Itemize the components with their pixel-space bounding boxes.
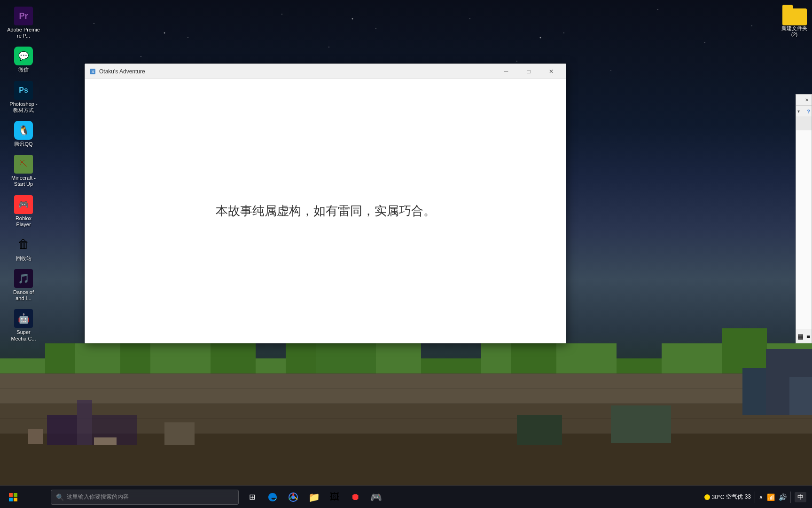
desktop-icon-photoshop[interactable]: Ps Photoshop - 教材方式 (5, 79, 42, 115)
file-panel-footer: ▦ ≡ (796, 329, 812, 343)
super-mecha-icon: 🤖 (14, 309, 33, 328)
roblox-icon: 🎮 (14, 195, 33, 214)
taskbar-system-tray: 30°C 空气优 33 ∧ 📶 🔊 中 (704, 492, 812, 503)
qq-label: 腾讯QQ (14, 141, 32, 147)
window-content: 本故事纯属虚构，如有雷同，实属巧合。 (85, 79, 566, 343)
title-bar: ⚔ Otaku's Adventure ─ □ ✕ (85, 64, 566, 79)
desktop-icon-roblox[interactable]: 🎮 Roblox Player (5, 193, 42, 230)
taskbar-icon-game[interactable]: 🎮 (367, 488, 385, 507)
taskbar-icon-edge[interactable] (263, 488, 282, 507)
taskbar-search-placeholder: 这里输入你要搜索的内容 (67, 493, 129, 501)
desktop-icon-qq[interactable]: 🐧 腾讯QQ (5, 119, 42, 149)
roblox-label: Roblox Player (16, 215, 31, 228)
maximize-button[interactable]: □ (518, 65, 539, 78)
desktop-icon-premiere[interactable]: Pr Adobe Premiere P... (5, 5, 42, 41)
photoshop-label: Photoshop - 教材方式 (9, 101, 37, 113)
desktop-icon-recycle[interactable]: 🗑 回收站 (5, 233, 42, 263)
desktop-icon-dance[interactable]: 🎵 Dance of and I... (5, 267, 42, 303)
desktop-icon-super[interactable]: 🤖 Super Mecha C... (5, 307, 42, 343)
svg-rect-40 (9, 493, 13, 497)
tray-volume-icon[interactable]: 🔊 (779, 493, 787, 501)
tray-divider2 (790, 492, 791, 503)
weather-quality: 空气优 33 (726, 493, 751, 501)
minecraft-label: Minecraft - Start Up (11, 175, 36, 187)
tray-wifi-icon[interactable]: 📶 (767, 493, 775, 501)
file-panel-toolbar: ▾ ? (796, 106, 812, 117)
taskbar-icon-chrome[interactable] (284, 488, 303, 507)
app-window: ⚔ Otaku's Adventure ─ □ ✕ 本故事纯属虚构，如有雷同，实… (85, 64, 566, 343)
tray-chevron[interactable]: ∧ (759, 494, 763, 500)
svg-rect-42 (9, 498, 13, 501)
file-panel-titlebar: ✕ (796, 95, 812, 106)
disclaimer-text: 本故事纯属虚构，如有雷同，实属巧合。 (216, 203, 436, 219)
tray-divider (755, 492, 755, 503)
premiere-icon: Pr (14, 7, 33, 25)
taskbar-icon-recording[interactable]: ⏺ (346, 488, 365, 507)
super-mecha-label: Super Mecha C... (11, 329, 36, 341)
svg-rect-43 (14, 498, 17, 501)
desktop-icons-container: Pr Adobe Premiere P... 💬 微信 Ps Photoshop… (5, 5, 42, 344)
qq-icon: 🐧 (14, 121, 33, 140)
svg-point-45 (291, 495, 295, 499)
taskbar-search-icon: 🔍 (56, 493, 64, 501)
minecraft-icon: ⛏ (14, 155, 33, 174)
photoshop-icon: Ps (14, 81, 33, 100)
svg-text:⚔: ⚔ (91, 70, 94, 74)
file-panel-address (796, 117, 812, 130)
file-panel-close[interactable]: ✕ (804, 97, 810, 103)
dance-label: Dance of and I... (13, 289, 34, 302)
app-icon: ⚔ (89, 68, 96, 75)
taskbar-icon-photos[interactable]: 🖼 (325, 488, 344, 507)
help-icon[interactable]: ? (807, 109, 810, 114)
weather-icon (704, 494, 710, 500)
dropdown-icon[interactable]: ▾ (797, 109, 800, 114)
file-panel: ✕ ▾ ? ▦ ≡ (796, 94, 812, 343)
dance-icon: 🎵 (14, 269, 33, 288)
file-panel-content (796, 130, 812, 329)
wechat-label: 微信 (18, 67, 29, 73)
taskbar: 🔍 这里输入你要搜索的内容 ⊞ 📁 (0, 485, 812, 508)
weather-temp: 30°C (712, 494, 725, 500)
desktop-icon-wechat[interactable]: 💬 微信 (5, 45, 42, 75)
window-controls: ─ □ ✕ (495, 65, 562, 78)
window-title: Otaku's Adventure (99, 68, 495, 75)
tray-ime-indicator[interactable]: 中 (795, 492, 806, 502)
taskbar-icon-explorer[interactable]: 📁 (304, 488, 323, 507)
desktop-icon-minecraft[interactable]: ⛏ Minecraft - Start Up (5, 153, 42, 189)
recycle-icon: 🗑 (14, 235, 33, 254)
taskbar-weather[interactable]: 30°C 空气优 33 (704, 493, 751, 501)
taskbar-start-button[interactable] (4, 488, 23, 507)
list-view-icon[interactable]: ≡ (806, 333, 810, 340)
taskbar-search-bar[interactable]: 🔍 这里输入你要搜索的内容 (51, 490, 239, 505)
taskbar-icon-taskview[interactable]: ⊞ (242, 488, 261, 507)
new-folder-icon[interactable]: 新建文件夹 (2) (781, 5, 807, 38)
taskbar-app-icons: ⊞ 📁 🖼 ⏺ (242, 488, 385, 507)
wechat-icon: 💬 (14, 47, 33, 65)
svg-rect-41 (14, 493, 17, 497)
premiere-label: Adobe Premiere P... (7, 27, 40, 39)
grid-view-icon[interactable]: ▦ (797, 333, 804, 340)
recycle-label: 回收站 (16, 255, 31, 262)
close-button[interactable]: ✕ (540, 65, 562, 78)
minimize-button[interactable]: ─ (495, 65, 517, 78)
new-folder-label: 新建文件夹 (2) (781, 25, 807, 38)
